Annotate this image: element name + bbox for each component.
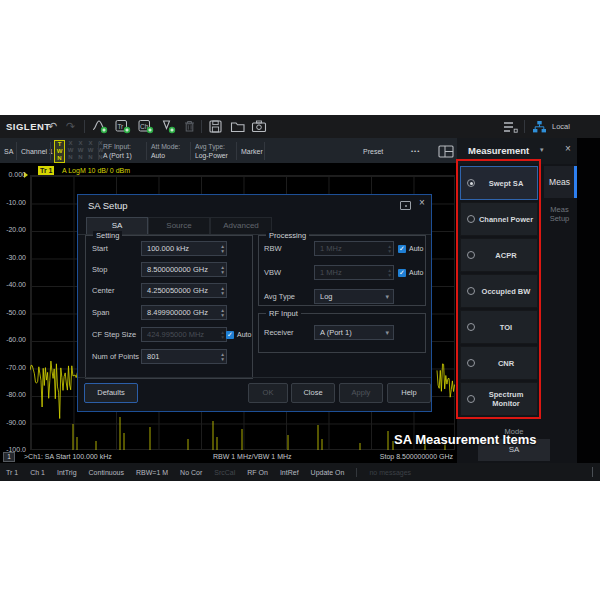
help-button[interactable]: Help bbox=[387, 383, 431, 403]
rbw-input[interactable]: 1 MHz ▴▾ bbox=[314, 241, 394, 256]
status-item: IntRef bbox=[280, 469, 299, 476]
close-button[interactable]: Close bbox=[291, 383, 335, 403]
measurement-item-swept-sa[interactable]: Swept SA bbox=[460, 166, 538, 200]
open-file-button[interactable] bbox=[230, 115, 246, 138]
dialog-close-icon[interactable]: × bbox=[419, 197, 425, 208]
more-options-button[interactable]: ••• bbox=[411, 138, 420, 164]
add-marker-button[interactable] bbox=[160, 115, 176, 138]
rbw-label: RBW bbox=[264, 241, 282, 256]
siglent-app-window: SIGLENT ↶ ↷ Tr Ch bbox=[0, 115, 600, 481]
apply-button[interactable]: Apply bbox=[339, 383, 383, 403]
radio-icon bbox=[467, 287, 475, 295]
trash-icon bbox=[182, 119, 197, 134]
y-axis-tick: -20.00 bbox=[0, 225, 26, 235]
y-axis-tick: -90.00 bbox=[0, 418, 26, 428]
preset-button[interactable]: Preset bbox=[363, 138, 383, 164]
num-points-input[interactable]: 801 ▴▾ bbox=[141, 349, 227, 364]
lan-status-button[interactable] bbox=[532, 115, 547, 138]
dialog-title: SA Setup bbox=[88, 200, 128, 211]
window-arrange-button[interactable] bbox=[502, 115, 518, 138]
channel-add-icon: Ch bbox=[138, 119, 154, 134]
network-icon bbox=[532, 120, 547, 134]
undo-button[interactable]: ↶ bbox=[48, 115, 57, 138]
trace-1-state[interactable]: T W N bbox=[54, 140, 65, 163]
measurement-item-acpr[interactable]: ACPR bbox=[460, 238, 538, 272]
start-input[interactable]: 100.000 kHz ▴▾ bbox=[141, 241, 227, 256]
receiver-dropdown[interactable]: A (Port 1) ▾ bbox=[314, 325, 394, 340]
center-label: Center bbox=[92, 283, 115, 298]
undo-icon: ↶ bbox=[48, 120, 57, 133]
avg-type-dropdown[interactable]: Log ▾ bbox=[314, 289, 394, 304]
radio-selected-icon bbox=[467, 179, 475, 187]
tab-source[interactable]: Source bbox=[148, 217, 210, 234]
layout-grid-button[interactable] bbox=[438, 138, 454, 164]
radio-icon bbox=[467, 395, 475, 403]
spinner-icon[interactable]: ▴▾ bbox=[221, 286, 226, 295]
measurement-panel-header: Measurement ▾ × bbox=[457, 138, 577, 164]
add-trace-button[interactable]: Tr bbox=[115, 115, 131, 138]
y-axis-tick: -70.00 bbox=[0, 363, 26, 373]
trace-2-state[interactable]: X W N bbox=[66, 140, 75, 163]
spinner-icon[interactable]: ▴▾ bbox=[221, 352, 226, 361]
pin-window-icon[interactable] bbox=[400, 201, 411, 210]
trace-3-state[interactable]: X W N bbox=[76, 140, 85, 163]
spinner-icon[interactable]: ▴▾ bbox=[221, 308, 226, 317]
spinner-icon[interactable]: ▴▾ bbox=[388, 268, 393, 277]
ok-button[interactable]: OK bbox=[248, 383, 288, 403]
status-item: Tr 1 bbox=[6, 469, 18, 476]
center-input[interactable]: 4.250050000 GHz ▴▾ bbox=[141, 283, 227, 298]
toolbar-separator bbox=[201, 120, 202, 133]
trace-4-state[interactable]: X W N bbox=[86, 140, 95, 163]
ribbon-mode-button[interactable]: SA bbox=[4, 138, 13, 164]
checkbox-check-icon: ✓ bbox=[398, 269, 406, 277]
toolbar-separator bbox=[84, 120, 85, 133]
folder-icon bbox=[230, 119, 246, 134]
annotation-text: SA Measurement Items bbox=[394, 432, 537, 447]
measurement-panel-title[interactable]: Measurement bbox=[468, 145, 529, 156]
ribbon-channel-button[interactable]: Channel 1 bbox=[21, 138, 53, 164]
spinner-icon[interactable]: ▴▾ bbox=[221, 244, 226, 253]
screenshot-button[interactable] bbox=[251, 115, 267, 138]
window-arrange-icon bbox=[502, 120, 518, 134]
panel-close-icon[interactable]: × bbox=[565, 143, 571, 154]
stop-input[interactable]: 8.500000000 GHz ▴▾ bbox=[141, 262, 227, 277]
rf-input-menu[interactable]: RF Input: A (Port 1) bbox=[103, 138, 132, 164]
cf-step-input[interactable]: 424.995000 MHz ▴▾ bbox=[141, 327, 227, 342]
att-mode-menu[interactable]: Att Mode: Auto bbox=[151, 138, 180, 164]
measurement-item-channel-power[interactable]: Channel Power bbox=[460, 202, 538, 236]
start-frequency-label: >Ch1: SA Start 100.000 kHz bbox=[24, 453, 112, 460]
redo-icon: ↷ bbox=[66, 120, 75, 133]
add-trace-curve-button[interactable] bbox=[92, 115, 108, 138]
measurement-item-spectrum-monitor[interactable]: Spectrum Monitor bbox=[460, 382, 538, 416]
measurement-item-toi[interactable]: TOI bbox=[460, 310, 538, 344]
local-remote-indicator[interactable]: Local bbox=[552, 115, 570, 138]
tab-meas-setup[interactable]: Meas Setup bbox=[544, 205, 575, 223]
span-input[interactable]: 8.499900000 GHz ▴▾ bbox=[141, 305, 227, 320]
tab-meas[interactable]: Meas bbox=[544, 166, 575, 198]
vbw-input[interactable]: 1 MHz ▴▾ bbox=[314, 265, 394, 280]
measurement-item-occupied-bw[interactable]: Occupied BW bbox=[460, 274, 538, 308]
chevron-down-icon: ▾ bbox=[385, 329, 393, 337]
tab-advanced[interactable]: Advanced bbox=[210, 217, 272, 234]
dialog-footer-divider bbox=[78, 377, 431, 378]
measurement-item-cnr[interactable]: CNR bbox=[460, 346, 538, 380]
spinner-icon[interactable]: ▴▾ bbox=[388, 244, 393, 253]
status-message: no messages bbox=[369, 469, 411, 476]
save-button[interactable] bbox=[208, 115, 223, 138]
marker-menu[interactable]: Marker bbox=[241, 138, 263, 164]
status-divider bbox=[356, 468, 357, 477]
vbw-auto-checkbox[interactable]: ✓ Auto bbox=[398, 265, 423, 280]
cf-step-label: CF Step Size bbox=[92, 327, 136, 342]
defaults-button[interactable]: Defaults bbox=[84, 383, 138, 403]
delete-button[interactable] bbox=[182, 115, 197, 138]
radio-icon bbox=[467, 251, 475, 259]
avg-type-menu[interactable]: Avg Type: Log-Power bbox=[195, 138, 228, 164]
span-label: Span bbox=[92, 305, 110, 320]
add-channel-button[interactable]: Ch bbox=[138, 115, 154, 138]
receiver-label: Receiver bbox=[264, 325, 294, 340]
cf-step-auto-checkbox[interactable]: ✓ Auto bbox=[226, 327, 251, 342]
redo-button[interactable]: ↷ bbox=[66, 115, 75, 138]
spinner-icon[interactable]: ▴▾ bbox=[221, 265, 226, 274]
vbw-label: VBW bbox=[264, 265, 281, 280]
rbw-auto-checkbox[interactable]: ✓ Auto bbox=[398, 241, 423, 256]
